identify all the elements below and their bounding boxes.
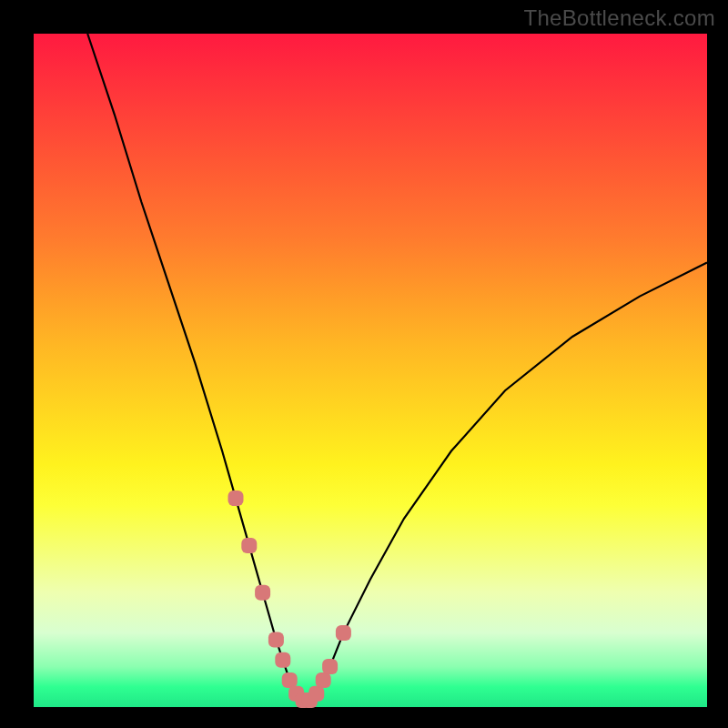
marker-point: [336, 625, 351, 641]
chart-frame: TheBottleneck.com: [0, 0, 728, 728]
marker-point: [268, 632, 284, 648]
marker-point: [308, 686, 324, 702]
watermark-text: TheBottleneck.com: [523, 5, 715, 31]
marker-group: [228, 490, 351, 708]
marker-point: [316, 672, 331, 688]
marker-point: [241, 538, 257, 553]
marker-point: [282, 672, 298, 688]
chart-svg: [34, 34, 707, 707]
marker-point: [322, 659, 338, 674]
marker-point: [275, 652, 290, 668]
marker-point: [255, 585, 270, 601]
marker-point: [228, 490, 244, 506]
bottleneck-curve: [87, 34, 707, 701]
plot-area: [34, 34, 707, 707]
